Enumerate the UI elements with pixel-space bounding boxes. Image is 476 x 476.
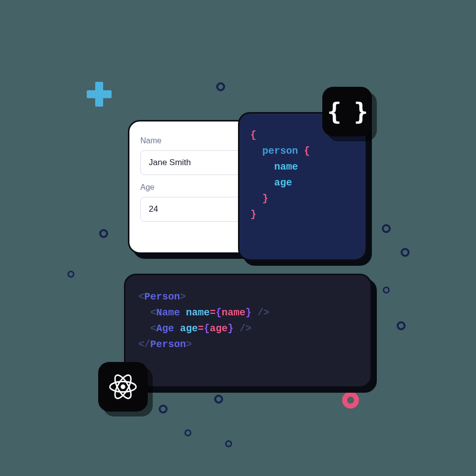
- dot-icon: [99, 229, 108, 238]
- plus-icon: [87, 82, 112, 107]
- dot-icon: [401, 248, 410, 257]
- form-card: Name Age: [128, 120, 257, 254]
- illustration-stage: <Person> <Name name={name} /> <Age age={…: [0, 0, 476, 476]
- dot-icon: [382, 224, 391, 233]
- age-label: Age: [140, 183, 244, 192]
- dot-icon: [67, 271, 74, 278]
- name-input[interactable]: [140, 150, 244, 175]
- age-input[interactable]: [140, 197, 244, 222]
- curly-braces-icon: { }: [327, 98, 367, 125]
- graphql-badge: { }: [322, 87, 372, 136]
- svg-point-0: [120, 384, 125, 389]
- jsx-code-card: <Person> <Name name={name} /> <Age age={…: [124, 274, 372, 388]
- dot-icon: [383, 287, 390, 294]
- react-icon: [109, 372, 137, 401]
- jsx-code-block: <Person> <Name name={name} /> <Age age={…: [138, 289, 357, 353]
- ring-pink-icon: [342, 392, 359, 409]
- dot-icon: [216, 82, 225, 91]
- graphql-code-block: { person { name age } }: [250, 127, 355, 223]
- dot-icon: [225, 440, 232, 447]
- react-badge: [98, 362, 148, 412]
- name-label: Name: [140, 136, 244, 145]
- dot-icon: [397, 321, 406, 330]
- dot-icon: [214, 395, 223, 404]
- dot-icon: [159, 405, 168, 414]
- dot-icon: [184, 429, 191, 436]
